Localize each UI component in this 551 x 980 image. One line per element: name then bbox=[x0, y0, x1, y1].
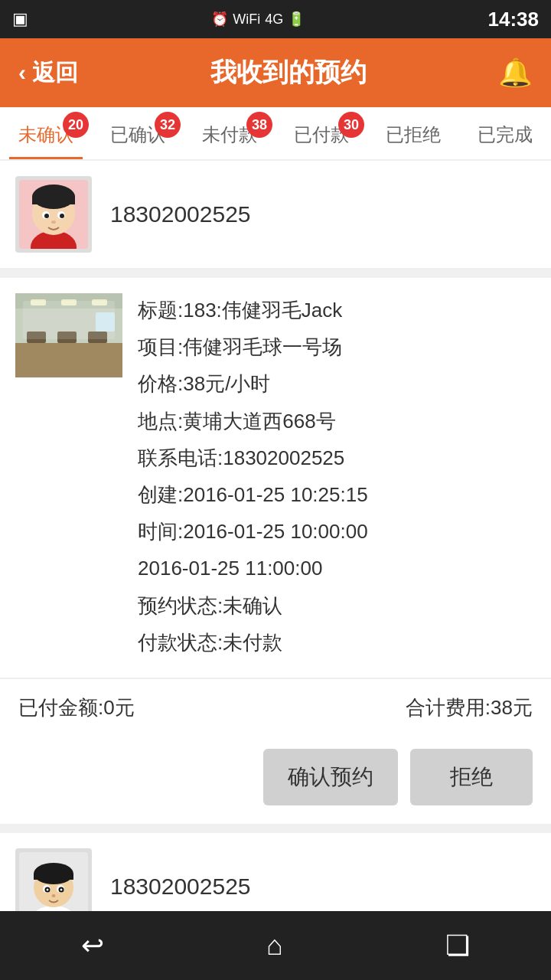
svg-rect-19 bbox=[96, 312, 115, 332]
total-fee: 合计费用:38元 bbox=[406, 694, 533, 721]
svg-rect-24 bbox=[34, 874, 73, 880]
tab-confirmed-badge: 32 bbox=[155, 112, 181, 138]
booking-card-1: 18302002525 bbox=[0, 161, 551, 269]
status-left: ▣ bbox=[12, 9, 28, 29]
svg-rect-16 bbox=[27, 332, 46, 343]
tab-rejected-label: 已拒绝 bbox=[386, 124, 441, 145]
user-phone-3: 18302002525 bbox=[110, 874, 251, 900]
svg-point-8 bbox=[60, 214, 64, 218]
paid-amount: 已付金额:0元 bbox=[18, 694, 135, 721]
svg-rect-11 bbox=[15, 343, 122, 377]
bookmark-icon[interactable]: 🔔 bbox=[498, 57, 533, 89]
svg-point-30 bbox=[60, 888, 63, 890]
tab-bar: 未确认 20 已确认 32 未付款 38 已付款 30 已拒绝 已完成 bbox=[0, 107, 551, 161]
booking-status: 预约状态:未确认 bbox=[138, 589, 368, 622]
content-area: 18302002525 bbox=[0, 161, 551, 980]
booking-time-end: 2016-01-25 11:00:00 bbox=[138, 551, 368, 585]
booking-pay-status: 付款状态:未付款 bbox=[138, 626, 368, 659]
booking-footer: 已付金额:0元 合计费用:38元 bbox=[0, 678, 551, 737]
page-title: 我收到的预约 bbox=[210, 55, 367, 90]
booking-title: 标题:183:伟健羽毛Jack bbox=[138, 293, 368, 327]
tab-completed-label: 已完成 bbox=[478, 124, 533, 145]
booking-created: 创建:2016-01-25 10:25:15 bbox=[138, 478, 368, 511]
home-nav-icon[interactable]: ⌂ bbox=[266, 929, 283, 962]
multi-nav-icon[interactable]: ❏ bbox=[445, 929, 470, 962]
avatar-1 bbox=[15, 176, 92, 253]
tab-paid-badge: 30 bbox=[338, 112, 364, 138]
booking-location: 地点:黄埔大道西668号 bbox=[138, 404, 368, 438]
svg-rect-13 bbox=[31, 299, 46, 305]
status-time: 14:38 bbox=[488, 8, 540, 31]
user-phone-1: 18302002525 bbox=[110, 201, 251, 227]
alarm-icon: ⏰ bbox=[211, 11, 228, 28]
reject-button[interactable]: 拒绝 bbox=[410, 749, 533, 805]
back-nav-icon[interactable]: ↩ bbox=[81, 929, 104, 962]
svg-rect-12 bbox=[15, 309, 122, 343]
tab-confirmed[interactable]: 已确认 32 bbox=[92, 107, 184, 159]
tab-unconfirmed[interactable]: 未确认 20 bbox=[0, 107, 92, 159]
screen-icon: ▣ bbox=[12, 9, 28, 29]
booking-top-2: 标题:183:伟健羽毛Jack 项目:伟健羽毛球一号场 价格:38元/小时 地点… bbox=[0, 278, 551, 678]
tab-paid[interactable]: 已付款 30 bbox=[276, 107, 367, 159]
booking-contact: 联系电话:18302002525 bbox=[138, 441, 368, 475]
back-button[interactable]: ‹ 返回 bbox=[18, 57, 78, 89]
booking-project: 项目:伟健羽毛球一号场 bbox=[138, 330, 368, 364]
tab-unpaid[interactable]: 未付款 38 bbox=[184, 107, 276, 159]
svg-point-31 bbox=[52, 894, 56, 897]
status-icons: ⏰ WiFi 4G 🔋 bbox=[211, 11, 305, 28]
tab-rejected[interactable]: 已拒绝 bbox=[367, 107, 459, 159]
booking-time-start: 时间:2016-01-25 10:00:00 bbox=[138, 514, 368, 548]
battery-icon: 🔋 bbox=[288, 11, 305, 28]
booking-info-2: 标题:183:伟健羽毛Jack 项目:伟健羽毛球一号场 价格:38元/小时 地点… bbox=[138, 293, 368, 662]
venue-svg bbox=[15, 293, 122, 377]
signal-icon: 4G bbox=[265, 11, 283, 28]
header: ‹ 返回 我收到的预约 🔔 bbox=[0, 38, 551, 107]
svg-rect-14 bbox=[61, 299, 77, 305]
svg-point-29 bbox=[47, 888, 49, 890]
tab-completed[interactable]: 已完成 bbox=[459, 107, 551, 159]
svg-rect-15 bbox=[92, 299, 107, 305]
tab-unpaid-badge: 38 bbox=[246, 112, 272, 138]
venue-image bbox=[15, 293, 122, 377]
tab-unconfirmed-badge: 20 bbox=[63, 112, 89, 138]
bottom-nav: ↩ ⌂ ❏ bbox=[0, 911, 551, 980]
booking-price: 价格:38元/小时 bbox=[138, 367, 368, 400]
svg-rect-4 bbox=[32, 197, 75, 204]
avatar-face-1 bbox=[19, 180, 88, 249]
booking-actions: 确认预约 拒绝 bbox=[0, 737, 551, 824]
svg-point-7 bbox=[44, 214, 49, 218]
status-bar: ▣ ⏰ WiFi 4G 🔋 14:38 bbox=[0, 0, 551, 38]
user-row-1[interactable]: 18302002525 bbox=[0, 161, 551, 269]
back-label: 返回 bbox=[32, 57, 78, 89]
svg-rect-17 bbox=[57, 332, 77, 343]
wifi-icon: WiFi bbox=[233, 11, 260, 28]
back-chevron-icon: ‹ bbox=[18, 60, 26, 86]
booking-card-2: 标题:183:伟健羽毛Jack 项目:伟健羽毛球一号场 价格:38元/小时 地点… bbox=[0, 278, 551, 824]
svg-point-9 bbox=[51, 220, 56, 224]
confirm-button[interactable]: 确认预约 bbox=[263, 749, 398, 805]
svg-rect-18 bbox=[88, 332, 107, 343]
